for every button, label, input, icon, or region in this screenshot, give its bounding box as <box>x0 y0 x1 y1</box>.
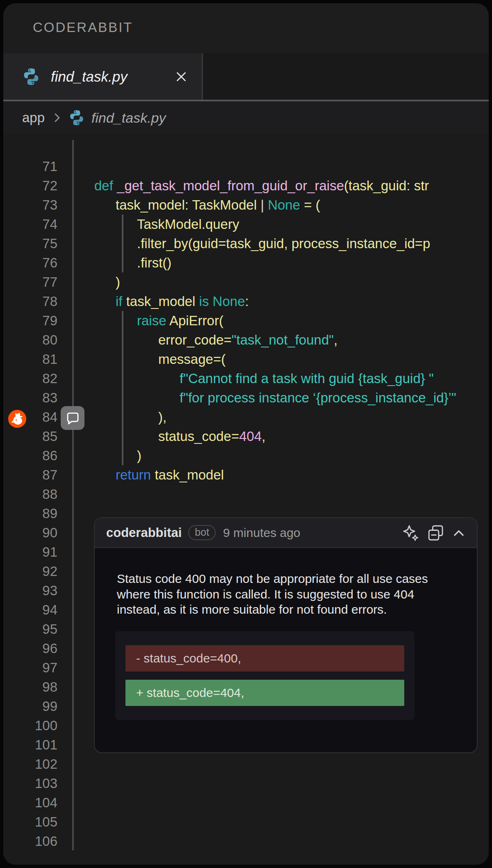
collapse-button[interactable] <box>451 525 466 540</box>
code-line: 105 <box>3 812 489 831</box>
comment-timestamp: 9 minutes ago <box>223 526 300 540</box>
code-line: 80error_code="task_not_found", <box>3 330 489 349</box>
code-line: 81message=( <box>3 349 489 369</box>
code-line: 74TaskModel.query <box>3 215 489 234</box>
line-number: 96 <box>3 639 57 658</box>
line-number: 74 <box>3 215 57 234</box>
comment-bubble-icon <box>65 410 80 426</box>
comment-body: Status code 400 may not be appropriate f… <box>95 548 477 720</box>
code-line: 79raise ApiError( <box>3 311 489 330</box>
code-line: 86) <box>3 446 489 465</box>
line-number: 98 <box>3 677 57 697</box>
line-number: 85 <box>3 427 57 446</box>
line-number: 106 <box>3 831 57 851</box>
tab-find-task[interactable]: find_task.py <box>3 53 203 100</box>
breadcrumb: app find_task.py <box>3 101 489 134</box>
code-line: 77) <box>3 272 489 292</box>
ai-sparkle-button[interactable] <box>402 524 419 541</box>
line-number: 92 <box>3 562 57 581</box>
review-comment-card: coderabbitai bot 9 minutes ago <box>94 517 478 753</box>
bot-badge: bot <box>188 525 216 540</box>
diff-added-line: + status_code=404, <box>125 680 404 706</box>
coderabbit-panel: CODERABBIT find_task.py app <box>3 3 489 865</box>
comment-body-text: Status code 400 may not be appropriate f… <box>117 571 456 617</box>
code-line: 82f"Cannot find a task with guid {task_g… <box>3 369 489 388</box>
line-number: 88 <box>3 484 57 504</box>
line-number: 79 <box>3 311 57 330</box>
line-number: 78 <box>3 292 57 311</box>
comment-bubble-button[interactable] <box>61 406 84 430</box>
line-number: 105 <box>3 812 57 831</box>
code-line: 76.first() <box>3 253 489 272</box>
line-number: 94 <box>3 600 57 619</box>
line-number: 97 <box>3 658 57 677</box>
line-number: 90 <box>3 523 57 542</box>
line-number: 89 <box>3 504 57 523</box>
line-number: 91 <box>3 542 57 562</box>
code-editor: 7172def _get_task_model_from_guid_or_rai… <box>3 134 489 863</box>
code-line: 104 <box>3 793 489 812</box>
diff-removed-line: - status_code=400, <box>125 645 404 672</box>
app-header: CODERABBIT <box>3 3 489 53</box>
code-line: 83f"for process instance ‘{process_insta… <box>3 388 489 407</box>
suggested-diff: - status_code=400, + status_code=404, <box>115 631 415 720</box>
app-title: CODERABBIT <box>33 20 133 35</box>
code-line: 106 <box>3 831 489 851</box>
comment-author: coderabbitai <box>106 525 182 540</box>
line-number: 101 <box>3 735 57 754</box>
line-number: 71 <box>3 157 57 176</box>
line-number: 73 <box>3 195 57 215</box>
tab-bar: find_task.py <box>3 53 489 101</box>
code-line: 88 <box>3 484 489 504</box>
line-number: 76 <box>3 253 57 272</box>
code-line: 72def _get_task_model_from_guid_or_raise… <box>3 176 489 195</box>
coderabbit-marker-icon[interactable] <box>8 409 27 428</box>
line-number: 86 <box>3 446 57 465</box>
line-number: 104 <box>3 793 57 812</box>
line-number: 99 <box>3 697 57 716</box>
code-line: 75.filter_by(guid=task_guid, process_ins… <box>3 234 489 253</box>
python-icon <box>22 68 40 86</box>
line-number: 95 <box>3 619 57 639</box>
code-line: 103 <box>3 774 489 793</box>
tab-close-button[interactable] <box>172 68 190 86</box>
sparkle-icon <box>402 524 419 541</box>
code-line: 78if task_model is None: <box>3 292 489 311</box>
line-number: 77 <box>3 272 57 292</box>
line-number: 93 <box>3 581 57 600</box>
comment-header: coderabbitai bot 9 minutes ago <box>95 518 477 548</box>
copy-icon <box>427 524 444 541</box>
chevron-right-icon <box>52 112 62 124</box>
breadcrumb-folder[interactable]: app <box>22 110 45 126</box>
line-number: 80 <box>3 330 57 349</box>
tab-label: find_task.py <box>51 69 128 85</box>
line-number: 103 <box>3 774 57 793</box>
line-number: 87 <box>3 465 57 484</box>
code-line: 102 <box>3 754 489 774</box>
line-number: 75 <box>3 234 57 253</box>
line-number: 100 <box>3 716 57 735</box>
code-line: 87return task_model <box>3 465 489 484</box>
python-icon <box>68 110 85 126</box>
code-line: 73task_model: TaskModel | None = ( <box>3 195 489 215</box>
line-number: 81 <box>3 349 57 369</box>
copy-button[interactable] <box>427 524 444 541</box>
close-icon <box>174 70 188 84</box>
breadcrumb-file[interactable]: find_task.py <box>91 110 166 126</box>
line-number: 82 <box>3 369 57 388</box>
code-line: 71 <box>3 157 489 176</box>
line-number: 72 <box>3 176 57 195</box>
chevron-up-icon <box>451 525 466 540</box>
line-number: 102 <box>3 754 57 774</box>
line-number: 83 <box>3 388 57 407</box>
